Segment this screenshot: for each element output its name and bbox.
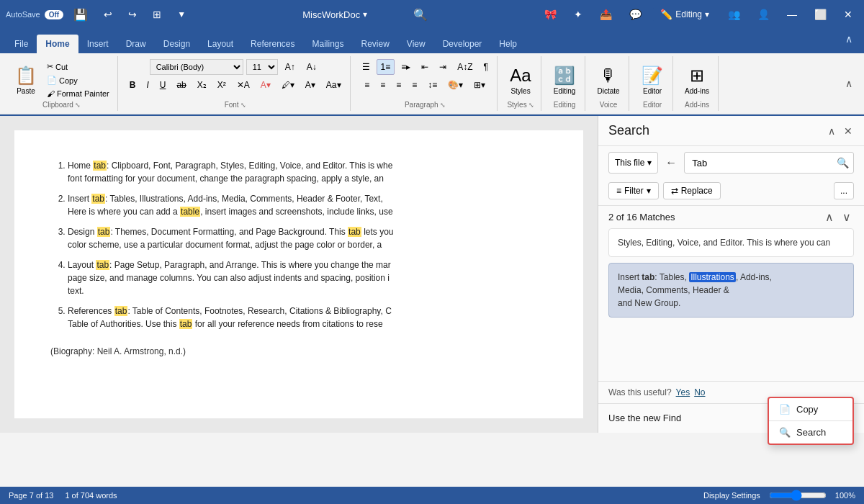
filter-button[interactable]: ≡ Filter ▾ — [608, 182, 659, 199]
document-page[interactable]: Home tab: Clipboard, Font, Paragraph, St… — [14, 130, 583, 418]
editing-badge[interactable]: ✏️ Editing ▾ — [653, 6, 716, 22]
tab-insert[interactable]: Insert — [78, 35, 117, 53]
result-card[interactable]: Styles, Editing, Voice, and Editor. This… — [608, 228, 854, 257]
minimize-button[interactable]: — — [781, 0, 803, 29]
context-search-item[interactable]: 🔍 Search — [769, 421, 852, 444]
tab-design[interactable]: Design — [155, 35, 199, 53]
format-painter-button[interactable]: 🖌 Format Painter — [43, 88, 113, 99]
bullets-button[interactable]: ☰ — [358, 59, 374, 75]
font-expand-icon[interactable]: ⤡ — [240, 102, 246, 109]
italic-button[interactable]: I — [142, 77, 153, 93]
increase-indent-button[interactable]: ⇥ — [435, 59, 451, 75]
tab-home[interactable]: Home — [37, 35, 78, 53]
autosave-toggle[interactable]: Off — [45, 10, 63, 19]
customize-button[interactable]: ▼ — [171, 0, 192, 29]
ribbon-minimize-button[interactable]: ∧ — [840, 69, 858, 98]
decrease-font-btn[interactable]: A↓ — [302, 59, 321, 75]
tab-mailings[interactable]: Mailings — [303, 35, 352, 53]
search-submit-button[interactable]: 🔍 — [837, 157, 849, 168]
subscript-button[interactable]: X₂ — [193, 77, 211, 93]
highlight-button[interactable]: 🖊▾ — [277, 77, 299, 93]
show-marks-button[interactable]: ¶ — [480, 59, 492, 75]
share-button[interactable]: 📤 — [594, 0, 618, 29]
underline-button[interactable]: U — [156, 77, 171, 93]
clear-format-button[interactable]: ✕A — [233, 77, 254, 93]
styles-expand-icon[interactable]: ⤡ — [528, 102, 534, 109]
dictate-button[interactable]: 🎙 Dictate — [593, 63, 624, 98]
format-painter-label: Format Painter — [57, 89, 109, 98]
search-scope-dropdown[interactable]: This file ▾ — [608, 152, 658, 174]
undo-button[interactable]: ↩ — [98, 0, 118, 29]
search-back-button[interactable]: ← — [662, 156, 680, 169]
redo-button[interactable]: ↪ — [122, 0, 143, 29]
copy-ctx-label: Copy — [796, 404, 818, 415]
tab-developer[interactable]: Developer — [434, 35, 491, 53]
sort-button[interactable]: A↕Z — [453, 59, 477, 75]
clipboard-expand-icon[interactable]: ⤡ — [75, 102, 81, 109]
line-spacing-button[interactable]: ↕≡ — [423, 77, 441, 93]
addins-button[interactable]: ⊞ Add-ins — [680, 63, 714, 98]
align-center-button[interactable]: ≡ — [376, 77, 390, 93]
editor-button[interactable]: 📝 Editor — [636, 63, 668, 98]
context-copy-item[interactable]: 📄 Copy — [769, 398, 852, 420]
borders-button[interactable]: ⊞▾ — [469, 77, 490, 93]
view-toggle-button[interactable]: ⊞ — [147, 0, 167, 29]
display-settings-button[interactable]: Display Settings — [703, 491, 760, 500]
strikethrough-button[interactable]: ab — [172, 77, 190, 93]
item4-text: Layout tab: Page Setup, Paragraph, and A… — [68, 260, 391, 270]
align-left-button[interactable]: ≡ — [360, 77, 374, 93]
text-color-button[interactable]: A▾ — [256, 77, 275, 93]
shading-button[interactable]: 🎨▾ — [444, 77, 467, 93]
justify-button[interactable]: ≡ — [408, 77, 421, 93]
tab-review[interactable]: Review — [353, 35, 398, 53]
superscript-button[interactable]: X² — [213, 77, 230, 93]
font-family-select[interactable]: Calibri (Body) — [150, 59, 243, 75]
collab-button[interactable]: 👥 — [722, 0, 746, 29]
multilevel-list-button[interactable]: ≡▸ — [397, 59, 415, 75]
no-link[interactable]: No — [694, 387, 705, 397]
editing-dropdown[interactable]: ▾ — [705, 9, 709, 19]
prev-match-button[interactable]: ∧ — [822, 210, 837, 224]
dropdown-arrow[interactable]: ▾ — [363, 9, 367, 19]
paragraph-expand-icon[interactable]: ⤡ — [440, 102, 446, 109]
replace-button[interactable]: ⇄ Replace — [663, 182, 721, 199]
tab-file[interactable]: File — [6, 35, 37, 53]
next-match-button[interactable]: ∨ — [840, 210, 854, 224]
profile-button[interactable]: 👤 — [752, 0, 775, 29]
connect-button[interactable]: ✦ — [568, 0, 588, 29]
tab-layout[interactable]: Layout — [199, 35, 242, 53]
comments-button[interactable]: 💬 — [624, 0, 647, 29]
ribbon-toggle-button[interactable]: 🎀 — [539, 0, 562, 29]
numbered-list-button[interactable]: 1≡ — [377, 59, 395, 75]
char-shading-button[interactable]: A▾ — [301, 77, 320, 93]
tab-view[interactable]: View — [398, 35, 434, 53]
copy-button[interactable]: 📄 Copy — [43, 74, 113, 86]
bold-button[interactable]: B — [125, 77, 140, 93]
result-card-selected[interactable]: Insert tab: Tables, Illustrations, Add-i… — [608, 263, 854, 318]
addins-group: ⊞ Add-ins Add-ins — [676, 56, 719, 111]
case-button[interactable]: Aa▾ — [322, 77, 346, 93]
zoom-slider[interactable] — [769, 490, 827, 501]
filter-icon: ≡ — [616, 186, 621, 196]
styles-button[interactable]: Aa Styles — [505, 63, 536, 98]
close-pane-button[interactable]: ✕ — [842, 124, 854, 138]
increase-font-btn[interactable]: A↑ — [281, 59, 300, 75]
search-pane-header: Search ∧ ✕ — [598, 116, 864, 146]
ribbon-collapse-button[interactable]: ∧ — [840, 24, 858, 53]
tab-references[interactable]: References — [242, 35, 303, 53]
save-button[interactable]: 💾 — [68, 0, 94, 29]
tab-help[interactable]: Help — [490, 35, 526, 53]
editing-button[interactable]: 🔡 Editing — [549, 63, 580, 98]
paste-button[interactable]: 📋 Paste — [10, 63, 42, 98]
restore-button[interactable]: ⬜ — [809, 0, 832, 29]
collapse-pane-button[interactable]: ∧ — [827, 124, 837, 138]
tab-draw[interactable]: Draw — [117, 35, 155, 53]
cut-button[interactable]: ✂ Cut — [43, 60, 113, 73]
yes-link[interactable]: Yes — [676, 387, 690, 397]
more-options-button[interactable]: ... — [834, 182, 854, 199]
title-search-button[interactable]: 🔍 — [413, 8, 428, 22]
align-right-button[interactable]: ≡ — [392, 77, 405, 93]
font-size-select[interactable]: 11 — [246, 59, 278, 75]
search-text-input[interactable] — [689, 155, 837, 171]
decrease-indent-button[interactable]: ⇤ — [417, 59, 433, 75]
